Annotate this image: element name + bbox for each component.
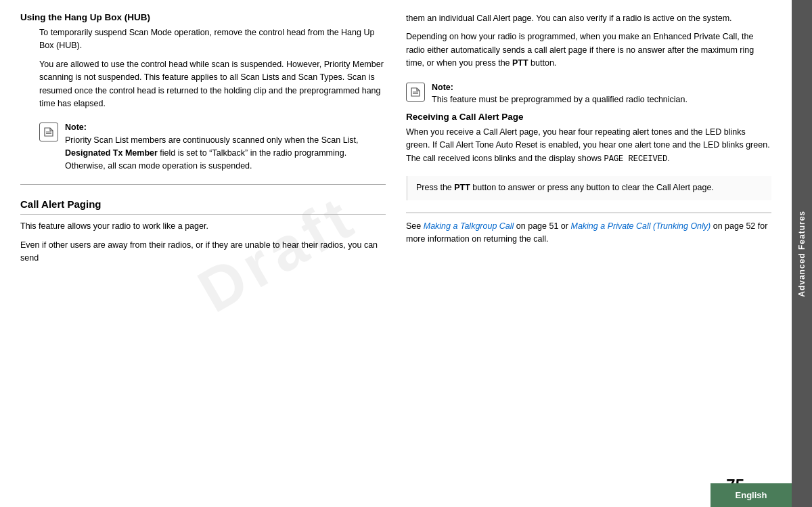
call-alert-para1: This feature allows your radio to work l… xyxy=(20,220,386,233)
right-column: them an individual Call Alert page. You … xyxy=(406,12,771,469)
hang-up-note-bold: Designated Tx Member xyxy=(65,148,158,158)
press-ptt-box: Press the PTT button to answer or press … xyxy=(406,176,771,200)
sidebar-label: Advanced Features xyxy=(797,211,807,297)
ptt-bold-2: PTT xyxy=(454,183,470,192)
note-icon-left xyxy=(39,123,58,141)
receiving-heading: Receiving a Call Alert Page xyxy=(406,112,771,122)
press-ptt-prefix: Press the xyxy=(416,183,454,192)
left-column: Using the Hang Up Box (HUB) To temporari… xyxy=(20,12,386,469)
see-also-prefix: See xyxy=(406,221,424,231)
receiving-text-prefix: When you receive a Call Alert page, you … xyxy=(406,127,770,163)
divider-left xyxy=(20,184,386,185)
receiving-text-end: . xyxy=(667,154,669,163)
right-note-content: Note: This feature must be preprogrammed… xyxy=(432,81,687,107)
call-alert-heading: Call Alert Paging xyxy=(20,198,386,210)
link-talkgroup[interactable]: Making a Talkgroup Call xyxy=(424,221,514,231)
right-enhanced-end: button. xyxy=(528,58,557,68)
english-badge: English xyxy=(710,483,792,507)
right-enhanced-para: Depending on how your radio is programme… xyxy=(406,30,771,70)
right-note-box: Note: This feature must be preprogrammed… xyxy=(406,81,771,107)
see-also-mid1: on page 51 or xyxy=(514,221,570,231)
receiving-para1: When you receive a Call Alert page, you … xyxy=(406,126,771,165)
divider-right xyxy=(406,213,771,213)
hang-up-note-content: Note: Priority Scan List members are con… xyxy=(65,121,386,172)
see-also-text: See Making a Talkgroup Call on page 51 o… xyxy=(406,220,771,246)
hang-up-note-text-prefix: Priority Scan List members are continuou… xyxy=(65,135,359,145)
right-note-title: Note: xyxy=(432,83,453,92)
hang-up-box-para1: To temporarily suspend Scan Mode operati… xyxy=(39,26,386,53)
link-private-call[interactable]: Making a Private Call (Trunking Only) xyxy=(570,221,710,231)
divider-call-alert xyxy=(20,214,386,215)
right-enhanced-text: Depending on how your radio is programme… xyxy=(406,32,754,68)
right-note-text: This feature must be preprogrammed by a … xyxy=(432,95,687,104)
hang-up-note-title: Note: xyxy=(65,123,87,132)
ptt-bold-1: PTT xyxy=(512,58,528,68)
hang-up-box-para2: You are allowed to use the control head … xyxy=(39,58,386,111)
call-alert-para2: Even if other users are away from their … xyxy=(20,239,386,265)
right-intro-para: them an individual Call Alert page. You … xyxy=(406,12,771,25)
press-ptt-suffix: button to answer or press any button to … xyxy=(470,183,714,192)
page-received-mono: PAGE RECEIVED xyxy=(604,154,668,164)
hang-up-note-box: Note: Priority Scan List members are con… xyxy=(39,121,386,172)
press-ptt-text: Press the PTT button to answer or press … xyxy=(416,181,763,194)
note-icon-right xyxy=(406,83,425,102)
hang-up-box-heading: Using the Hang Up Box (HUB) xyxy=(20,12,386,22)
right-sidebar: Advanced Features xyxy=(792,0,812,507)
